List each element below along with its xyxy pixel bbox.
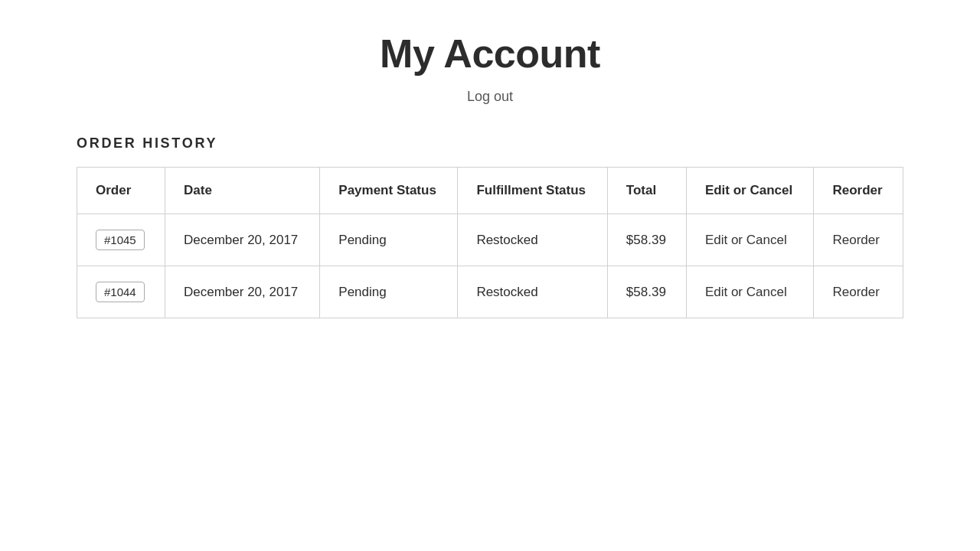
col-header-payment-status: Payment Status <box>320 168 458 214</box>
col-header-date: Date <box>165 168 319 214</box>
table-header-row: Order Date Payment Status Fulfillment St… <box>77 168 903 214</box>
order-number-badge[interactable]: #1045 <box>96 230 145 250</box>
table-row: #1044December 20, 2017PendingRestocked$5… <box>77 266 903 318</box>
table-body: #1045December 20, 2017PendingRestocked$5… <box>77 214 903 318</box>
cell-payment-status-1: Pending <box>320 266 458 318</box>
cell-fulfillment-status-0: Restocked <box>458 214 607 266</box>
reorder-link[interactable]: Reorder <box>832 285 879 299</box>
cell-payment-status-0: Pending <box>320 214 458 266</box>
page-container: My Account Log out ORDER HISTORY Order D… <box>31 0 949 349</box>
cell-edit-cancel-1: Edit or Cancel <box>686 266 814 318</box>
cell-fulfillment-status-1: Restocked <box>458 266 607 318</box>
col-header-order: Order <box>77 168 165 214</box>
edit-or-cancel-link[interactable]: Edit or Cancel <box>705 285 787 299</box>
cell-reorder-1: Reorder <box>814 266 903 318</box>
section-title: ORDER HISTORY <box>77 135 903 152</box>
order-number-badge[interactable]: #1044 <box>96 282 145 302</box>
order-history-section: ORDER HISTORY Order Date Payment Status … <box>77 135 903 318</box>
cell-reorder-0: Reorder <box>814 214 903 266</box>
col-header-total: Total <box>607 168 686 214</box>
logout-link[interactable]: Log out <box>467 89 513 104</box>
reorder-link[interactable]: Reorder <box>832 233 879 247</box>
page-header: My Account Log out <box>77 31 903 105</box>
cell-order-1: #1044 <box>77 266 165 318</box>
col-header-edit-or-cancel: Edit or Cancel <box>686 168 814 214</box>
col-header-fulfillment-status: Fulfillment Status <box>458 168 607 214</box>
page-title: My Account <box>77 31 903 77</box>
cell-order-0: #1045 <box>77 214 165 266</box>
table-header: Order Date Payment Status Fulfillment St… <box>77 168 903 214</box>
cell-date-0: December 20, 2017 <box>165 214 319 266</box>
edit-or-cancel-link[interactable]: Edit or Cancel <box>705 233 787 247</box>
table-row: #1045December 20, 2017PendingRestocked$5… <box>77 214 903 266</box>
cell-total-0: $58.39 <box>607 214 686 266</box>
cell-total-1: $58.39 <box>607 266 686 318</box>
cell-date-1: December 20, 2017 <box>165 266 319 318</box>
col-header-reorder: Reorder <box>814 168 903 214</box>
order-table: Order Date Payment Status Fulfillment St… <box>77 167 903 318</box>
cell-edit-cancel-0: Edit or Cancel <box>686 214 814 266</box>
